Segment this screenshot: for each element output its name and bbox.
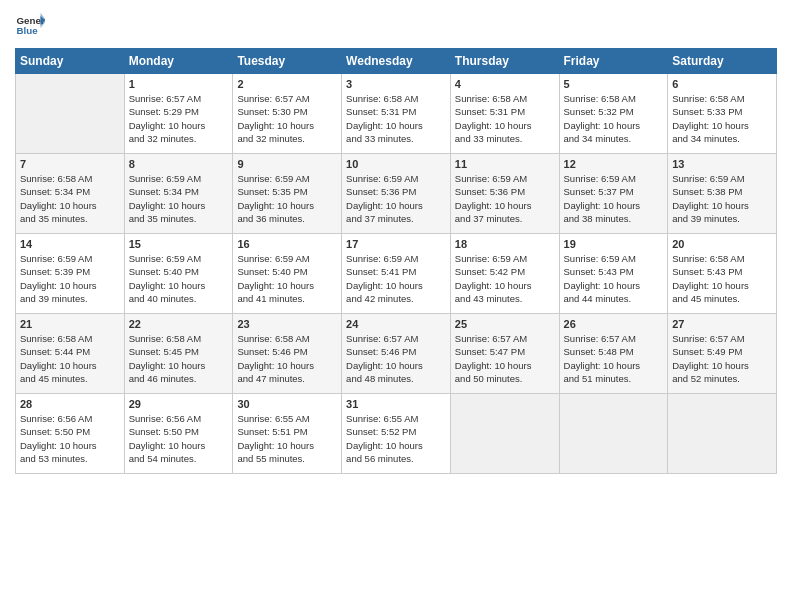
cell-info: Sunrise: 6:58 AMSunset: 5:44 PMDaylight:…: [20, 332, 120, 385]
day-number: 28: [20, 398, 120, 410]
calendar-cell: 7Sunrise: 6:58 AMSunset: 5:34 PMDaylight…: [16, 154, 125, 234]
cell-info: Sunrise: 6:58 AMSunset: 5:31 PMDaylight:…: [455, 92, 555, 145]
week-row-2: 14Sunrise: 6:59 AMSunset: 5:39 PMDayligh…: [16, 234, 777, 314]
day-number: 25: [455, 318, 555, 330]
page-header: General Blue: [15, 10, 777, 40]
calendar-cell: [559, 394, 668, 474]
calendar-cell: 11Sunrise: 6:59 AMSunset: 5:36 PMDayligh…: [450, 154, 559, 234]
calendar-table: SundayMondayTuesdayWednesdayThursdayFrid…: [15, 48, 777, 474]
day-number: 8: [129, 158, 229, 170]
cell-info: Sunrise: 6:59 AMSunset: 5:40 PMDaylight:…: [237, 252, 337, 305]
cell-info: Sunrise: 6:58 AMSunset: 5:43 PMDaylight:…: [672, 252, 772, 305]
day-number: 10: [346, 158, 446, 170]
day-number: 31: [346, 398, 446, 410]
cell-info: Sunrise: 6:59 AMSunset: 5:38 PMDaylight:…: [672, 172, 772, 225]
day-number: 9: [237, 158, 337, 170]
day-number: 23: [237, 318, 337, 330]
calendar-cell: 27Sunrise: 6:57 AMSunset: 5:49 PMDayligh…: [668, 314, 777, 394]
day-number: 7: [20, 158, 120, 170]
day-number: 19: [564, 238, 664, 250]
cell-info: Sunrise: 6:57 AMSunset: 5:48 PMDaylight:…: [564, 332, 664, 385]
cell-info: Sunrise: 6:59 AMSunset: 5:41 PMDaylight:…: [346, 252, 446, 305]
calendar-cell: 13Sunrise: 6:59 AMSunset: 5:38 PMDayligh…: [668, 154, 777, 234]
cell-info: Sunrise: 6:57 AMSunset: 5:49 PMDaylight:…: [672, 332, 772, 385]
header-wednesday: Wednesday: [342, 49, 451, 74]
cell-info: Sunrise: 6:57 AMSunset: 5:47 PMDaylight:…: [455, 332, 555, 385]
cell-info: Sunrise: 6:56 AMSunset: 5:50 PMDaylight:…: [20, 412, 120, 465]
calendar-header-row: SundayMondayTuesdayWednesdayThursdayFrid…: [16, 49, 777, 74]
calendar-cell: 19Sunrise: 6:59 AMSunset: 5:43 PMDayligh…: [559, 234, 668, 314]
svg-text:Blue: Blue: [17, 25, 39, 36]
calendar-cell: 6Sunrise: 6:58 AMSunset: 5:33 PMDaylight…: [668, 74, 777, 154]
calendar-cell: 12Sunrise: 6:59 AMSunset: 5:37 PMDayligh…: [559, 154, 668, 234]
cell-info: Sunrise: 6:58 AMSunset: 5:31 PMDaylight:…: [346, 92, 446, 145]
day-number: 24: [346, 318, 446, 330]
cell-info: Sunrise: 6:59 AMSunset: 5:37 PMDaylight:…: [564, 172, 664, 225]
calendar-cell: 14Sunrise: 6:59 AMSunset: 5:39 PMDayligh…: [16, 234, 125, 314]
cell-info: Sunrise: 6:58 AMSunset: 5:33 PMDaylight:…: [672, 92, 772, 145]
cell-info: Sunrise: 6:58 AMSunset: 5:34 PMDaylight:…: [20, 172, 120, 225]
calendar-cell: 20Sunrise: 6:58 AMSunset: 5:43 PMDayligh…: [668, 234, 777, 314]
cell-info: Sunrise: 6:58 AMSunset: 5:46 PMDaylight:…: [237, 332, 337, 385]
day-number: 29: [129, 398, 229, 410]
day-number: 20: [672, 238, 772, 250]
calendar-cell: 16Sunrise: 6:59 AMSunset: 5:40 PMDayligh…: [233, 234, 342, 314]
calendar-cell: 30Sunrise: 6:55 AMSunset: 5:51 PMDayligh…: [233, 394, 342, 474]
calendar-cell: 2Sunrise: 6:57 AMSunset: 5:30 PMDaylight…: [233, 74, 342, 154]
cell-info: Sunrise: 6:59 AMSunset: 5:36 PMDaylight:…: [346, 172, 446, 225]
week-row-4: 28Sunrise: 6:56 AMSunset: 5:50 PMDayligh…: [16, 394, 777, 474]
day-number: 15: [129, 238, 229, 250]
cell-info: Sunrise: 6:59 AMSunset: 5:36 PMDaylight:…: [455, 172, 555, 225]
day-number: 18: [455, 238, 555, 250]
week-row-0: 1Sunrise: 6:57 AMSunset: 5:29 PMDaylight…: [16, 74, 777, 154]
day-number: 22: [129, 318, 229, 330]
calendar-cell: 5Sunrise: 6:58 AMSunset: 5:32 PMDaylight…: [559, 74, 668, 154]
cell-info: Sunrise: 6:55 AMSunset: 5:52 PMDaylight:…: [346, 412, 446, 465]
calendar-cell: 28Sunrise: 6:56 AMSunset: 5:50 PMDayligh…: [16, 394, 125, 474]
header-saturday: Saturday: [668, 49, 777, 74]
calendar-cell: 15Sunrise: 6:59 AMSunset: 5:40 PMDayligh…: [124, 234, 233, 314]
calendar-cell: 18Sunrise: 6:59 AMSunset: 5:42 PMDayligh…: [450, 234, 559, 314]
cell-info: Sunrise: 6:56 AMSunset: 5:50 PMDaylight:…: [129, 412, 229, 465]
day-number: 14: [20, 238, 120, 250]
calendar-cell: 25Sunrise: 6:57 AMSunset: 5:47 PMDayligh…: [450, 314, 559, 394]
calendar-cell: 3Sunrise: 6:58 AMSunset: 5:31 PMDaylight…: [342, 74, 451, 154]
day-number: 30: [237, 398, 337, 410]
header-thursday: Thursday: [450, 49, 559, 74]
day-number: 16: [237, 238, 337, 250]
cell-info: Sunrise: 6:58 AMSunset: 5:45 PMDaylight:…: [129, 332, 229, 385]
calendar-cell: 1Sunrise: 6:57 AMSunset: 5:29 PMDaylight…: [124, 74, 233, 154]
calendar-cell: 9Sunrise: 6:59 AMSunset: 5:35 PMDaylight…: [233, 154, 342, 234]
calendar-cell: 22Sunrise: 6:58 AMSunset: 5:45 PMDayligh…: [124, 314, 233, 394]
calendar-cell: [668, 394, 777, 474]
calendar-cell: 21Sunrise: 6:58 AMSunset: 5:44 PMDayligh…: [16, 314, 125, 394]
calendar-cell: [450, 394, 559, 474]
calendar-cell: 10Sunrise: 6:59 AMSunset: 5:36 PMDayligh…: [342, 154, 451, 234]
cell-info: Sunrise: 6:57 AMSunset: 5:29 PMDaylight:…: [129, 92, 229, 145]
calendar-cell: [16, 74, 125, 154]
day-number: 1: [129, 78, 229, 90]
calendar-cell: 26Sunrise: 6:57 AMSunset: 5:48 PMDayligh…: [559, 314, 668, 394]
day-number: 6: [672, 78, 772, 90]
day-number: 26: [564, 318, 664, 330]
calendar-cell: 23Sunrise: 6:58 AMSunset: 5:46 PMDayligh…: [233, 314, 342, 394]
header-friday: Friday: [559, 49, 668, 74]
calendar-cell: 29Sunrise: 6:56 AMSunset: 5:50 PMDayligh…: [124, 394, 233, 474]
day-number: 4: [455, 78, 555, 90]
cell-info: Sunrise: 6:59 AMSunset: 5:42 PMDaylight:…: [455, 252, 555, 305]
cell-info: Sunrise: 6:59 AMSunset: 5:43 PMDaylight:…: [564, 252, 664, 305]
day-number: 13: [672, 158, 772, 170]
cell-info: Sunrise: 6:58 AMSunset: 5:32 PMDaylight:…: [564, 92, 664, 145]
logo-icon: General Blue: [15, 10, 45, 40]
cell-info: Sunrise: 6:57 AMSunset: 5:30 PMDaylight:…: [237, 92, 337, 145]
cell-info: Sunrise: 6:57 AMSunset: 5:46 PMDaylight:…: [346, 332, 446, 385]
calendar-cell: 31Sunrise: 6:55 AMSunset: 5:52 PMDayligh…: [342, 394, 451, 474]
day-number: 27: [672, 318, 772, 330]
day-number: 5: [564, 78, 664, 90]
header-sunday: Sunday: [16, 49, 125, 74]
calendar-cell: 17Sunrise: 6:59 AMSunset: 5:41 PMDayligh…: [342, 234, 451, 314]
logo: General Blue: [15, 10, 45, 40]
day-number: 2: [237, 78, 337, 90]
cell-info: Sunrise: 6:59 AMSunset: 5:34 PMDaylight:…: [129, 172, 229, 225]
cell-info: Sunrise: 6:59 AMSunset: 5:35 PMDaylight:…: [237, 172, 337, 225]
